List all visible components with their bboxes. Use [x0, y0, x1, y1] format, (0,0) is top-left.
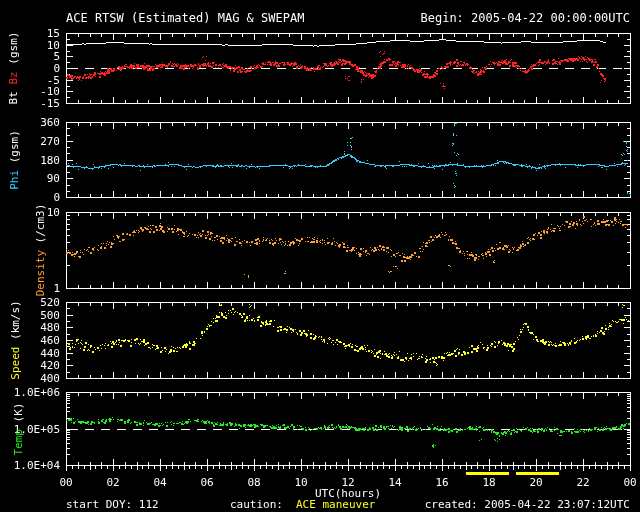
panel-ylabel-speed: Speed (km/s) — [9, 300, 22, 379]
x-tick-label: 14 — [380, 477, 410, 488]
panel-speed — [66, 302, 630, 378]
created-timestamp: created: 2005-04-22 23:07:12UTC — [425, 499, 630, 510]
caution-value: ACE maneuver — [296, 499, 375, 510]
y-tick-label: 1.0E+04 — [0, 460, 60, 471]
ace-rtsw-plot-screen: ACE RTSW (Estimated) MAG & SWEPAM Begin:… — [0, 0, 640, 512]
y-tick-label: 360 — [0, 117, 60, 128]
panel-ylabel-phi: Phi (gsm) — [8, 130, 21, 190]
panel-ylabel-bt-bz: Bt Bz (gsm) — [7, 32, 20, 105]
y-tick-label: 0 — [0, 192, 60, 203]
x-tick-label: 18 — [474, 477, 504, 488]
y-tick-label: 10 — [0, 207, 60, 218]
y-tick-label: 1.0E+06 — [0, 387, 60, 398]
maneuver-bar-segment — [466, 472, 509, 475]
caution-label: caution: — [230, 499, 283, 510]
x-tick-label: 20 — [521, 477, 551, 488]
panel-density — [66, 212, 630, 288]
panel-temp — [66, 392, 630, 465]
x-tick-label: 06 — [192, 477, 222, 488]
begin-timestamp: Begin: 2005-04-22 00:00:00UTC — [420, 11, 630, 25]
panel-ylabel-temp: Temp (K) — [12, 402, 25, 455]
start-doy-label: start DOY: 112 — [66, 499, 159, 510]
x-tick-label: 02 — [98, 477, 128, 488]
x-tick-label: 00 — [51, 477, 81, 488]
x-tick-label: 04 — [145, 477, 175, 488]
panel-ylabel-density: Density (/cm3) — [34, 204, 47, 297]
x-tick-label: 10 — [286, 477, 316, 488]
panel-bt-bz — [66, 33, 630, 103]
x-tick-label: 08 — [239, 477, 269, 488]
x-tick-label: 16 — [427, 477, 457, 488]
panel-phi — [66, 122, 630, 197]
y-tick-label: 1.0E+05 — [0, 424, 60, 435]
page-title: ACE RTSW (Estimated) MAG & SWEPAM — [66, 11, 304, 25]
y-tick-label: 1 — [0, 283, 60, 294]
x-tick-label: 00 — [615, 477, 640, 488]
x-tick-label: 22 — [568, 477, 598, 488]
maneuver-bar-segment — [516, 472, 559, 475]
